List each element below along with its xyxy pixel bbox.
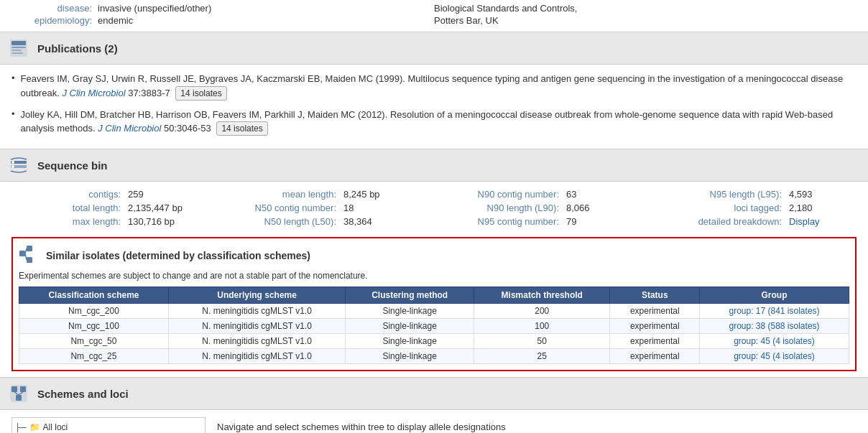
pub1-link[interactable]: J Clin Microbiol — [62, 88, 125, 98]
top-info: disease: invasive (unspecified/other) ep… — [0, 0, 868, 32]
similar-title: Similar isolates (determined by classifi… — [46, 250, 310, 261]
pub1-ref: 37:3883-7 — [128, 88, 170, 98]
cell-underlying: N. meningitidis cgMLST v1.0 — [168, 334, 345, 349]
stat-maxlength-value: 130,716 bp — [125, 216, 211, 227]
cell-scheme: Nm_cgc_25 — [19, 349, 169, 364]
stat-meanlength-label: mean length: — [211, 189, 341, 200]
stat-n95length-value: 4,593 — [786, 189, 868, 200]
tree-connector-icon: ├─ — [15, 423, 27, 432]
svg-rect-4 — [11, 52, 23, 54]
schemes-icon — [7, 382, 30, 405]
stat-maxlength-label: max length: — [17, 216, 125, 227]
publications-section-header: Publications (2) — [0, 32, 868, 65]
th-underlying: Underlying scheme — [168, 287, 345, 304]
similar-table-row-1: Nm_cgc_100N. meningitidis cgMLST v1.0Sin… — [19, 319, 849, 334]
cell-group[interactable]: group: 38 (588 isolates) — [700, 319, 849, 334]
pub-item-1: • Feavers IM, Gray SJ, Urwin R, Russell … — [11, 72, 857, 101]
seqbin-title: Sequence bin — [37, 159, 108, 172]
th-scheme: Classification scheme — [19, 287, 169, 304]
stat-locitagged-label: loci tagged: — [650, 202, 786, 213]
pub2-link[interactable]: J Clin Microbiol — [98, 123, 161, 134]
stat-breakdown-value[interactable]: Display — [786, 216, 868, 227]
cell-method: Single-linkage — [346, 334, 474, 349]
cell-group[interactable]: group: 45 (4 isolates) — [700, 334, 849, 349]
cell-method: Single-linkage — [346, 319, 474, 334]
cell-status: experimental — [610, 334, 700, 349]
svg-point-7 — [11, 161, 14, 164]
similar-header: Similar isolates (determined by classifi… — [19, 244, 849, 266]
th-threshold: Mismatch threshold — [474, 287, 610, 304]
th-method: Clustering method — [346, 287, 474, 304]
stat-n90length-value: 8,066 — [563, 202, 650, 213]
th-status: Status — [610, 287, 700, 304]
publications-title: Publications (2) — [37, 42, 118, 55]
schemes-title: Schemes and loci — [37, 388, 129, 400]
tree-all-loci-label[interactable]: All loci — [43, 422, 68, 432]
svg-rect-3 — [11, 50, 22, 51]
cell-threshold: 200 — [474, 304, 610, 319]
cell-underlying: N. meningitidis cgMLST v1.0 — [168, 304, 345, 319]
svg-rect-17 — [16, 395, 22, 401]
similar-note: Experimental schemes are subject to chan… — [19, 271, 849, 281]
stat-contigs-value: 259 — [125, 189, 211, 200]
svg-rect-16 — [20, 386, 26, 392]
svg-rect-9 — [19, 251, 25, 256]
disease-label: disease: — [11, 3, 98, 14]
similar-isolates-section: Similar isolates (determined by classifi… — [11, 237, 857, 371]
cell-scheme: Nm_cgc_50 — [19, 334, 169, 349]
publications-list: • Feavers IM, Gray SJ, Urwin R, Russell … — [0, 69, 868, 149]
schemes-section-header: Schemes and loci — [0, 377, 868, 410]
cell-scheme: Nm_cgc_200 — [19, 304, 169, 319]
pub1-badge[interactable]: 14 isolates — [175, 86, 226, 101]
cell-group[interactable]: group: 17 (841 isolates) — [700, 304, 849, 319]
cell-underlying: N. meningitidis cgMLST v1.0 — [168, 319, 345, 334]
cell-group[interactable]: group: 45 (4 isolates) — [700, 349, 849, 364]
cell-status: experimental — [610, 304, 700, 319]
schemes-body-section: ├─ 📁 All loci ├─ 📁 Capsule └─ 📁 Genetic … — [0, 414, 868, 433]
cell-underlying: N. meningitidis cgMLST v1.0 — [168, 349, 345, 364]
similar-table: Classification scheme Underlying scheme … — [19, 287, 849, 364]
org-value: Biological Standards and Controls, — [434, 3, 577, 14]
pub-bullet-1: • — [11, 73, 15, 83]
sequence-bin-icon — [7, 154, 30, 177]
cell-threshold: 50 — [474, 334, 610, 349]
stat-n90contig-label: N90 contig number: — [427, 189, 563, 200]
epidemiology-label: epidemiology: — [11, 15, 98, 26]
svg-rect-10 — [27, 246, 32, 251]
epidemiology-value: endemic — [98, 15, 133, 26]
similar-table-row-0: Nm_cgc_200N. meningitidis cgMLST v1.0Sin… — [19, 304, 849, 319]
stat-contigs-label: contigs: — [17, 189, 125, 200]
pub2-badge[interactable]: 14 isolates — [216, 121, 267, 136]
stat-breakdown-label: detailed breakdown: — [650, 216, 786, 227]
stat-n90contig-value: 63 — [563, 189, 650, 200]
seqbin-section-header: Sequence bin — [0, 149, 868, 182]
stat-meanlength-value: 8,245 bp — [341, 189, 427, 200]
pub-bullet-2: • — [11, 108, 15, 119]
publications-icon — [7, 37, 30, 60]
svg-point-8 — [11, 165, 14, 168]
schemes-tree: ├─ 📁 All loci ├─ 📁 Capsule └─ 📁 Genetic … — [11, 417, 206, 433]
similar-table-header-row: Classification scheme Underlying scheme … — [19, 287, 849, 304]
tree-item-all-loci[interactable]: ├─ 📁 All loci — [15, 421, 202, 433]
th-group: Group — [700, 287, 849, 304]
svg-line-13 — [25, 253, 27, 260]
similar-table-row-2: Nm_cgc_50N. meningitidis cgMLST v1.0Sing… — [19, 334, 849, 349]
stat-n50contig-label: N50 contig number: — [211, 202, 341, 213]
cell-status: experimental — [610, 319, 700, 334]
stat-n95length-label: N95 length (L95): — [650, 189, 786, 200]
cell-method: Single-linkage — [346, 349, 474, 364]
seqbin-stats: contigs: 259 mean length: 8,245 bp N90 c… — [0, 186, 868, 233]
disease-value: invasive (unspecified/other) — [98, 3, 211, 14]
stat-locitagged-value: 2,180 — [786, 202, 868, 213]
stat-n90length-label: N90 length (L90): — [427, 202, 563, 213]
svg-rect-11 — [27, 257, 32, 263]
cell-method: Single-linkage — [346, 304, 474, 319]
cell-threshold: 25 — [474, 349, 610, 364]
page-container: disease: invasive (unspecified/other) ep… — [0, 0, 868, 433]
svg-line-12 — [25, 248, 27, 253]
stat-n50length-value: 38,364 — [341, 216, 427, 227]
schemes-nav-description: Navigate and select schemes within tree … — [217, 422, 506, 432]
similar-table-row-3: Nm_cgc_25N. meningitidis cgMLST v1.0Sing… — [19, 349, 849, 364]
stat-totallength-value: 2,135,447 bp — [125, 202, 211, 213]
cell-threshold: 100 — [474, 319, 610, 334]
